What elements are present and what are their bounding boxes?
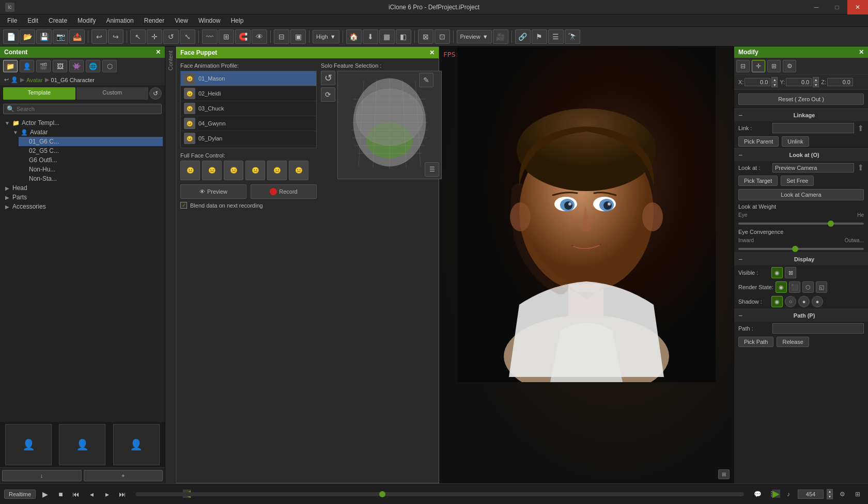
link-button[interactable]: 🔗 xyxy=(515,29,531,44)
tl-frame-down[interactable]: ▼ xyxy=(827,494,833,499)
group-button[interactable]: ▣ xyxy=(290,29,306,44)
breadcrumb-avatar-label[interactable]: Avatar xyxy=(26,77,43,83)
menu-help[interactable]: Help xyxy=(226,14,249,27)
menu-edit[interactable]: Edit xyxy=(22,14,43,27)
select-button[interactable]: ↖ xyxy=(130,29,146,44)
path-button[interactable]: 〰 xyxy=(202,29,218,44)
y-input[interactable] xyxy=(786,78,812,86)
cam1-button[interactable]: ▦ xyxy=(379,29,395,44)
menu-window[interactable]: Window xyxy=(193,14,226,27)
flag-button[interactable]: ⚑ xyxy=(532,29,547,44)
shadow-circle-btn2[interactable]: ● xyxy=(798,296,810,307)
save-button[interactable]: 💾 xyxy=(36,29,52,44)
y-spinner[interactable]: ▲ ▼ xyxy=(813,77,819,87)
look-at-camera-btn[interactable]: Look at Camera xyxy=(738,189,864,200)
tl-stop-btn[interactable]: ■ xyxy=(54,488,67,500)
linkage-header[interactable]: − Linkage xyxy=(734,109,868,121)
tree-item-nonsta[interactable]: Non-Sta... xyxy=(19,174,163,183)
set-free-btn[interactable]: Set Free xyxy=(781,176,814,186)
maximize-button[interactable]: □ xyxy=(827,0,847,14)
cam2-button[interactable]: ◧ xyxy=(396,29,411,44)
fp-preview-button[interactable]: 👁 Preview xyxy=(180,184,246,199)
tl-scrubber[interactable] xyxy=(136,492,744,496)
tl-prev-btn[interactable]: ⏮ xyxy=(70,488,82,500)
tree-item-g6[interactable]: 01_G6 C... xyxy=(19,137,163,146)
capture-button[interactable]: 📷 xyxy=(53,29,68,44)
shadow-green-btn[interactable]: ◉ xyxy=(771,296,783,307)
fp-profile-04[interactable]: 😐 04_Gwynn xyxy=(181,116,316,131)
move-button[interactable]: ✛ xyxy=(147,29,162,44)
menu-create[interactable]: Create xyxy=(43,14,72,27)
tree-item-head[interactable]: ▶ Head xyxy=(2,183,163,193)
unlink-btn[interactable]: Unlink xyxy=(782,136,809,147)
x-spin-down[interactable]: ▼ xyxy=(771,82,778,87)
fp-rotate-icon-btn[interactable]: ↺ xyxy=(321,71,335,85)
x-spin-up[interactable]: ▲ xyxy=(771,77,778,82)
look-weight-slider[interactable] xyxy=(738,223,864,225)
tl-chat-btn[interactable]: 💬 xyxy=(751,489,764,499)
modify-tab-settings[interactable]: ⚙ xyxy=(783,60,796,72)
fp-profile-01[interactable]: 😐 01_Mason xyxy=(181,71,316,86)
tab-props[interactable]: 👾 xyxy=(69,60,84,72)
modify-tab-transform[interactable]: ✛ xyxy=(752,60,765,72)
fp-face-thumb-3[interactable]: 😐 xyxy=(224,161,243,180)
fp-pencil-icon-btn[interactable]: ✎ xyxy=(419,73,433,87)
tree-item-actor-templ[interactable]: ▼ 📁 Actor Templ... xyxy=(2,118,163,128)
tl-play-btn[interactable]: ▶ xyxy=(39,488,51,500)
menu-animation[interactable]: Animation xyxy=(101,14,138,27)
visible-green-btn[interactable]: ◉ xyxy=(771,267,783,278)
fp-reset-icon-btn[interactable]: ⟳ xyxy=(321,87,335,102)
close-button[interactable]: ✕ xyxy=(847,0,868,14)
fp-face-thumb-5[interactable]: 😐 xyxy=(267,161,287,180)
fp-face-thumb-4[interactable]: 😐 xyxy=(245,161,265,180)
z-input[interactable] xyxy=(827,78,853,86)
fp-profile-06[interactable]: 😐 06_Jana xyxy=(181,146,316,148)
template-tab[interactable]: Template xyxy=(3,87,75,100)
fp-close-icon[interactable]: ✕ xyxy=(429,49,435,56)
modify-tab-texture[interactable]: ⊞ xyxy=(767,60,781,72)
fp-list-icon-btn[interactable]: ☰ xyxy=(425,162,439,177)
tl-next-btn[interactable]: ⏭ xyxy=(116,488,129,500)
render-corners-btn[interactable]: ◱ xyxy=(816,281,827,293)
tl-nav-right-arrow[interactable]: ▶ xyxy=(772,490,780,498)
compass-button[interactable]: 🔭 xyxy=(565,29,580,44)
tab-scene[interactable]: 🌐 xyxy=(86,60,100,72)
tree-item-g5[interactable]: 02_G5 C... xyxy=(19,146,163,155)
visible-icon-btn[interactable]: ⊠ xyxy=(785,267,796,278)
y-spin-down[interactable]: ▼ xyxy=(813,82,819,87)
record-cam-button[interactable]: 🎥 xyxy=(493,29,508,44)
custom-tab[interactable]: Custom xyxy=(76,87,149,100)
snap-button[interactable]: 🧲 xyxy=(235,29,251,44)
tl-settings-btn[interactable]: ⚙ xyxy=(836,489,848,499)
look-at-input[interactable] xyxy=(772,163,854,172)
render-green-btn[interactable]: ◉ xyxy=(776,281,787,293)
pick-path-btn[interactable]: Pick Path xyxy=(738,337,773,347)
look-at-header[interactable]: − Look at (O) xyxy=(734,149,868,161)
realtime-mode-btn[interactable]: Realtime xyxy=(4,490,36,499)
tab-avatar[interactable]: 👤 xyxy=(20,60,34,72)
eye-button[interactable]: 👁 xyxy=(252,29,267,44)
refresh-button[interactable]: ↺ xyxy=(149,87,162,100)
display-header[interactable]: − Display xyxy=(734,253,868,265)
render-cube-btn[interactable]: ⬛ xyxy=(789,281,800,293)
menu-file[interactable]: File xyxy=(2,14,22,27)
pick-target-btn[interactable]: Pick Target xyxy=(738,176,778,186)
list-button[interactable]: ☰ xyxy=(548,29,564,44)
fp-profile-05[interactable]: 😐 05_Dylan xyxy=(181,131,316,146)
tree-item-g6outfi[interactable]: G6 Outfi... xyxy=(19,155,163,165)
fp-face-thumb-6[interactable]: 😐 xyxy=(289,161,308,180)
tab-image[interactable]: 🖼 xyxy=(53,60,67,72)
tree-item-nonhu[interactable]: Non-Hu... xyxy=(19,165,163,174)
modify-close-icon[interactable]: ✕ xyxy=(859,49,864,56)
content-vert-label[interactable]: Content xyxy=(165,46,176,75)
search-input[interactable] xyxy=(17,106,158,112)
reset-zero-btn[interactable]: Reset ( Zero Out ) xyxy=(738,93,864,105)
tree-item-parts[interactable]: ▶ Parts xyxy=(2,193,163,202)
fp-profile-03[interactable]: 😐 03_Chuck xyxy=(181,101,316,116)
fp-face-thumb-1[interactable]: 😐 xyxy=(180,161,200,180)
cam4-button[interactable]: ⊡ xyxy=(435,29,450,44)
cam3-button[interactable]: ⊠ xyxy=(418,29,433,44)
y-spin-up[interactable]: ▲ xyxy=(813,77,819,82)
eye-conv-slider[interactable] xyxy=(738,248,864,250)
grid-button[interactable]: ⊞ xyxy=(219,29,234,44)
